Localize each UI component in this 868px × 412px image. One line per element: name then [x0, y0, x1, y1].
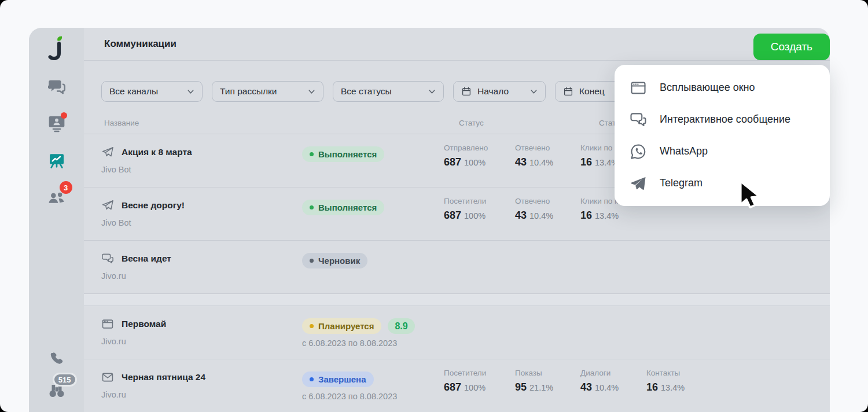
filter-label: Все статусы: [341, 86, 392, 97]
stat-value: 687100%: [444, 156, 488, 168]
sidebar-item-communications[interactable]: [47, 151, 66, 170]
telegram-icon: [101, 146, 114, 159]
screen: 3 515 Коммуникации Создать Все каналыТип…: [0, 0, 868, 412]
table-row[interactable]: Черная пятница 24Jivo.ruЗавершенас 6.08.…: [84, 359, 830, 412]
popup-icon: [101, 318, 114, 330]
stat-label: Посетители: [444, 197, 486, 205]
stat-value: 4310.4%: [580, 381, 619, 393]
status-badge: Выполняется: [302, 200, 384, 215]
page-header: Коммуникации: [84, 28, 830, 61]
campaign-channel: Jivo Bot: [101, 218, 131, 227]
stat-2: Отвечено4310.4%: [515, 197, 553, 222]
stat-percent: 21.1%: [529, 383, 553, 392]
stat-3: Диалоги4310.4%: [580, 369, 619, 393]
campaign-name: Весне дорогу!: [101, 199, 185, 212]
filter-channels[interactable]: Все каналы: [101, 81, 203, 102]
telegram-filled-icon: [630, 175, 647, 192]
filter-date-start[interactable]: Начало: [453, 81, 546, 102]
menu-item-label: WhatsApp: [660, 145, 708, 157]
mouse-cursor-icon: [735, 179, 765, 213]
sidebar-item-team[interactable]: 3: [47, 187, 67, 207]
menu-item-label: Telegram: [660, 177, 703, 189]
team-badge: 3: [60, 181, 72, 194]
chevron-down-icon: [428, 88, 436, 95]
status-cell: Черновик: [302, 253, 367, 268]
stat-4: Контакты1613.4%: [646, 369, 685, 393]
table-row[interactable]: ПервомайJivo.ruПланируется8.9с 6.08.2023…: [84, 306, 830, 359]
whatsapp-icon: [630, 143, 647, 160]
menu-item-whatsapp[interactable]: WhatsApp: [615, 135, 830, 167]
status-badge: Завершена: [302, 371, 374, 387]
chevron-down-icon: [308, 88, 315, 95]
stat-percent: 13.4%: [595, 211, 619, 220]
chevron-down-icon: [187, 88, 194, 95]
stat-percent: 13.4%: [661, 383, 685, 392]
chat-icon: [630, 111, 647, 128]
menu-item-interactive-message[interactable]: Интерактивное сообщение: [615, 104, 830, 135]
status-cell: Планируется8.9: [302, 318, 415, 334]
stat-label: Контакты: [646, 369, 685, 377]
status-dot-icon: [310, 259, 314, 263]
stat-value: 4310.4%: [515, 156, 553, 168]
stat-1: Посетители687100%: [444, 197, 486, 222]
campaign-name: Акция к 8 марта: [101, 146, 192, 159]
create-dropdown-menu: Всплывающее окноИнтерактивное сообщениеW…: [615, 65, 830, 206]
menu-item-label: Всплывающее окно: [660, 82, 755, 94]
status-cell: Завершена: [302, 371, 374, 387]
campaign-channel: Jivo Bot: [101, 165, 131, 174]
calendar-icon: [461, 86, 472, 97]
table-section-divider: [84, 293, 830, 306]
menu-item-label: Интерактивное сообщение: [660, 113, 790, 126]
stat-percent: 10.4%: [529, 211, 553, 220]
popup-icon: [630, 79, 647, 97]
campaign-name: Черная пятница 24: [101, 371, 205, 384]
stat-percent: 100%: [464, 158, 486, 167]
stat-label: Отвечено: [515, 144, 553, 152]
campaign-channel: Jivo.ru: [101, 271, 126, 281]
filter-label: Тип рассылки: [220, 86, 277, 97]
filter-label: Начало: [477, 86, 509, 97]
campaign-title: Черная пятница 24: [122, 372, 205, 382]
envelope-icon: [101, 371, 114, 384]
stat-2: Показы9521.1%: [515, 369, 553, 393]
calendar-icon: [563, 86, 573, 97]
search-badge: 515: [53, 373, 77, 387]
stat-value: 1613.4%: [646, 381, 685, 393]
campaign-name: Первомай: [101, 318, 166, 330]
filter-label: Конец: [579, 86, 605, 97]
status-badge: Черновик: [302, 253, 367, 268]
campaign-name: Весна идет: [101, 252, 171, 265]
chevron-down-icon: [530, 88, 538, 95]
status-cell: Выполняется: [302, 200, 384, 215]
stat-label: Отвечено: [515, 197, 553, 205]
sidebar-item-chats[interactable]: [48, 78, 65, 95]
sidebar-item-search[interactable]: 515: [47, 381, 67, 400]
chat-icon: [101, 252, 114, 265]
column-header-name: Название: [104, 119, 139, 127]
menu-item-popup-window[interactable]: Всплывающее окно: [615, 72, 830, 104]
telegram-icon: [101, 199, 114, 212]
status-cell: Выполняется: [302, 146, 384, 162]
campaign-dates: с 6.08.2023 по 8.08.2023: [302, 339, 397, 348]
table-row[interactable]: Весна идетJivo.ruЧерновик: [84, 240, 830, 293]
sidebar: 3 515: [29, 28, 84, 412]
sidebar-item-phone[interactable]: [49, 351, 64, 366]
status-dot-icon: [310, 324, 314, 328]
campaign-title: Первомай: [122, 319, 166, 329]
campaign-channel: Jivo.ru: [101, 390, 126, 399]
filter-statuses[interactable]: Все статусы: [333, 81, 444, 102]
stat-value: 4310.4%: [515, 209, 553, 222]
stat-label: Показы: [515, 369, 553, 377]
jivo-logo-icon: [48, 35, 65, 62]
create-button[interactable]: Создать: [753, 34, 830, 60]
status-dot-icon: [310, 377, 314, 381]
filter-mailing-type[interactable]: Тип рассылки: [212, 81, 323, 102]
campaign-dates: с 6.08.2023 по 8.08.2023: [302, 392, 397, 401]
stat-label: Отправлено: [444, 144, 488, 152]
sidebar-item-contacts[interactable]: [47, 114, 66, 133]
stat-1: Посетители687100%: [444, 369, 486, 393]
score-badge: 8.9: [388, 318, 414, 334]
menu-item-telegram[interactable]: Telegram: [615, 167, 830, 199]
status-badge: Выполняется: [302, 146, 384, 162]
column-header-status: Статус: [459, 119, 484, 127]
